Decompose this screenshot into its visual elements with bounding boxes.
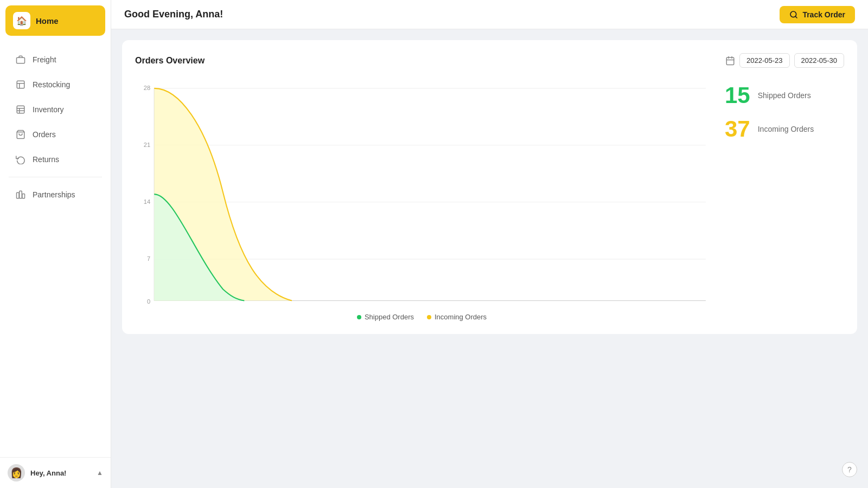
svg-rect-14 [726, 57, 734, 65]
returns-label: Returns [33, 155, 59, 164]
svg-text:28: 28 [144, 85, 150, 91]
track-button-label: Track Order [802, 10, 845, 19]
svg-text:2022-05-29: 2022-05-29 [553, 306, 582, 306]
restocking-icon [15, 79, 26, 90]
svg-line-13 [795, 16, 797, 18]
svg-rect-10 [20, 191, 22, 198]
svg-text:2022-05-27: 2022-05-27 [416, 306, 444, 306]
sidebar-item-inventory[interactable]: Inventory [4, 98, 106, 121]
help-button[interactable]: ? [842, 462, 857, 477]
incoming-dot [427, 315, 431, 319]
legend-shipped-label: Shipped Orders [365, 313, 414, 321]
page-greeting: Good Evening, Anna! [124, 9, 223, 20]
chart-legend: Shipped Orders Incoming Orders [135, 313, 709, 321]
home-nav-item[interactable]: 🏠 Home [5, 5, 105, 36]
orders-icon [15, 129, 26, 140]
home-logo-icon: 🏠 [13, 12, 30, 29]
sidebar-item-restocking[interactable]: Restocking [4, 73, 106, 97]
svg-rect-1 [17, 81, 24, 88]
user-profile[interactable]: 👩 Hey, Anna! ▲ [0, 457, 111, 488]
date-from[interactable]: 2022-05-23 [739, 53, 790, 68]
restocking-label: Restocking [33, 80, 70, 89]
incoming-count: 37 [725, 118, 750, 140]
search-icon [789, 10, 798, 19]
legend-incoming: Incoming Orders [427, 313, 487, 321]
freight-icon [15, 54, 26, 65]
track-order-button[interactable]: Track Order [780, 6, 855, 23]
svg-rect-11 [22, 194, 25, 198]
main-content: Good Evening, Anna! Track Order Orders O… [111, 0, 868, 488]
chart-stats: 15 Shipped Orders 37 Incoming Orders [725, 79, 844, 321]
svg-text:2022-05-31: 2022-05-31 [691, 306, 709, 306]
sidebar-item-orders[interactable]: Orders [4, 123, 106, 146]
home-label: Home [36, 16, 59, 25]
svg-rect-0 [17, 57, 25, 63]
help-icon-label: ? [847, 465, 852, 474]
svg-text:2022-05-26: 2022-05-26 [347, 306, 375, 306]
date-to[interactable]: 2022-05-30 [794, 53, 845, 68]
sidebar-item-partnerships[interactable]: Partnerships [4, 183, 106, 207]
orders-chart: 28 21 14 7 0 [135, 79, 709, 306]
orders-overview-card: Orders Overview 2022-05-23 2022-05-30 28… [122, 40, 857, 334]
shipped-count: 15 [725, 84, 750, 107]
chart-svg-container: 28 21 14 7 0 [135, 79, 709, 321]
sidebar-item-freight[interactable]: Freight [4, 48, 106, 72]
shipped-label: Shipped Orders [758, 91, 811, 100]
inventory-label: Inventory [33, 105, 64, 114]
partnerships-label: Partnerships [33, 190, 75, 199]
incoming-stat: 37 Incoming Orders [725, 118, 844, 140]
date-range: 2022-05-23 2022-05-30 [725, 53, 844, 68]
avatar: 👩 [8, 464, 25, 481]
svg-text:14: 14 [144, 198, 150, 205]
svg-text:7: 7 [147, 255, 150, 262]
inventory-icon [15, 104, 26, 115]
calendar-icon [725, 56, 735, 66]
chevron-up-icon: ▲ [97, 469, 103, 477]
legend-incoming-label: Incoming Orders [435, 313, 487, 321]
chart-title: Orders Overview [135, 56, 205, 66]
shipped-stat: 15 Shipped Orders [725, 84, 844, 107]
svg-text:2022-05-28: 2022-05-28 [484, 306, 513, 306]
freight-label: Freight [33, 55, 56, 64]
svg-text:21: 21 [144, 142, 150, 148]
svg-text:0: 0 [147, 298, 150, 305]
legend-shipped: Shipped Orders [357, 313, 414, 321]
svg-text:2022-05-25: 2022-05-25 [278, 306, 306, 306]
nav-divider [9, 177, 102, 177]
partnerships-icon [15, 189, 26, 200]
chart-header: Orders Overview 2022-05-23 2022-05-30 [135, 53, 844, 68]
sidebar-item-returns[interactable]: Returns [4, 147, 106, 171]
content-area: Orders Overview 2022-05-23 2022-05-30 28… [111, 29, 868, 488]
svg-rect-9 [17, 192, 20, 198]
orders-label: Orders [33, 130, 56, 139]
svg-text:2022-05-24: 2022-05-24 [209, 306, 237, 306]
sidebar: 🏠 Home Freight Restocking [0, 0, 111, 488]
topbar: Good Evening, Anna! Track Order [111, 0, 868, 29]
svg-text:2022-05-30: 2022-05-30 [622, 306, 650, 306]
user-name: Hey, Anna! [30, 469, 91, 477]
svg-rect-4 [17, 106, 24, 113]
main-nav: Freight Restocking Inventory [0, 41, 111, 457]
shipped-dot [357, 315, 361, 319]
chart-body: 28 21 14 7 0 [135, 79, 844, 321]
svg-text:2022-05-23: 2022-05-23 [141, 306, 169, 306]
returns-icon [15, 154, 26, 165]
incoming-label: Incoming Orders [758, 125, 814, 133]
